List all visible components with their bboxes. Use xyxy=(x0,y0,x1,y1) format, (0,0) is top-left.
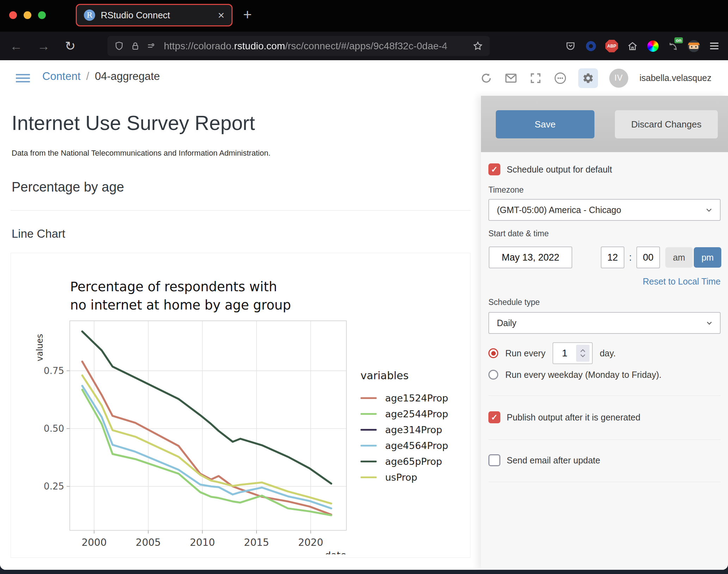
panel-action-bar: Save Discard Changes xyxy=(481,96,728,152)
incognito-ninja-icon[interactable] xyxy=(688,40,700,52)
pocket-icon[interactable] xyxy=(564,40,576,52)
run-every-day-row[interactable]: Run every 1 day. xyxy=(488,342,616,364)
legend-swatch xyxy=(360,461,377,462)
more-options-icon[interactable] xyxy=(554,71,567,85)
browser-menu-icon[interactable] xyxy=(708,40,720,52)
am-button[interactable]: am xyxy=(665,247,693,268)
send-email-row[interactable]: ✓ Send email after update xyxy=(488,454,600,466)
forward-icon[interactable]: → xyxy=(37,39,50,54)
legend-label: age314Prop xyxy=(385,424,442,435)
timezone-select[interactable]: (GMT-05:00) America - Chicago xyxy=(488,199,721,221)
x-tick-label: 2010 xyxy=(190,537,215,548)
stepper-buttons[interactable] xyxy=(576,345,590,362)
legend-item: usProp xyxy=(360,469,448,485)
time-separator: : xyxy=(626,247,635,268)
start-date-input[interactable]: May 13, 2022 xyxy=(489,247,572,268)
window-zoom-button[interactable] xyxy=(38,11,46,19)
user-avatar[interactable]: IV xyxy=(609,69,628,88)
legend-title: variables xyxy=(360,369,448,382)
chart-plot-area: 0.250.500.7520002005201020152020valuesda… xyxy=(32,315,363,554)
section-heading: Percentage by age xyxy=(12,180,124,195)
legend-label: age1524Prop xyxy=(385,393,448,404)
legend-label: usProp xyxy=(385,472,417,483)
x-tick-label: 2000 xyxy=(81,537,106,548)
refresh-report-icon[interactable] xyxy=(480,71,493,85)
back-icon[interactable]: ← xyxy=(10,39,23,54)
check-icon: ✓ xyxy=(491,413,498,422)
schedule-output-label: Schedule output for default xyxy=(507,164,612,175)
publish-output-row[interactable]: ✓ Publish output after it is generated xyxy=(488,411,640,423)
new-tab-button[interactable]: + xyxy=(243,6,252,23)
fullscreen-icon[interactable] xyxy=(529,71,542,85)
permissions-icon[interactable] xyxy=(146,41,157,51)
y-tick-label: 0.75 xyxy=(44,366,64,376)
legend-item: age2544Prop xyxy=(360,406,448,422)
legend-label: age2544Prop xyxy=(385,408,448,419)
privacy-ring-icon[interactable] xyxy=(585,40,597,52)
tab-close-icon[interactable]: × xyxy=(218,10,224,21)
legend-swatch xyxy=(360,397,377,399)
chevron-down-icon[interactable] xyxy=(580,354,586,357)
start-datetime-label: Start date & time xyxy=(488,229,549,238)
lock-icon[interactable] xyxy=(130,41,141,51)
legend-label: age65pProp xyxy=(385,456,442,467)
app-header: Content / 04-aggregate IV isabella.velas… xyxy=(0,60,728,96)
schedule-output-checkbox[interactable]: ✓ xyxy=(488,163,500,175)
tab-favicon-icon: R xyxy=(84,10,95,21)
y-tick-label: 0.50 xyxy=(44,423,64,434)
run-weekday-row[interactable]: Run every weekday (Monday to Friday). xyxy=(488,367,661,382)
save-button[interactable]: Save xyxy=(496,110,594,138)
color-wheel-icon[interactable] xyxy=(647,40,659,52)
discard-changes-button[interactable]: Discard Changes xyxy=(615,110,718,138)
send-email-label: Send email after update xyxy=(507,455,600,466)
reload-icon[interactable]: ↻ xyxy=(65,39,75,54)
send-email-checkbox[interactable]: ✓ xyxy=(488,454,500,466)
report-content: Internet Use Survey Report Data from the… xyxy=(0,96,481,570)
tracking-shield-icon[interactable] xyxy=(114,41,124,51)
breadcrumb-content-link[interactable]: Content xyxy=(42,70,81,83)
pm-button[interactable]: pm xyxy=(694,247,721,268)
run-every-value: 1 xyxy=(553,348,576,359)
bookmark-star-icon[interactable] xyxy=(472,40,483,52)
username[interactable]: isabella.velasquez xyxy=(640,73,711,83)
window-bottom-edge xyxy=(0,570,728,574)
email-icon[interactable] xyxy=(504,71,518,85)
chart-title: Percentage of respondents with no intern… xyxy=(70,278,291,314)
window-close-button[interactable] xyxy=(9,11,17,19)
redirect-extension-icon[interactable]: on xyxy=(667,40,679,52)
publish-output-checkbox[interactable]: ✓ xyxy=(488,411,500,423)
chevron-up-icon[interactable] xyxy=(580,349,586,352)
schedule-output-row[interactable]: ✓ Schedule output for default xyxy=(488,163,612,175)
reset-local-time-link[interactable]: Reset to Local Time xyxy=(643,276,721,287)
run-weekday-radio[interactable] xyxy=(488,370,498,380)
section-divider xyxy=(11,210,470,211)
schedule-settings-panel: Save Discard Changes ✓ Schedule output f… xyxy=(481,96,728,570)
chevron-down-icon xyxy=(704,205,714,214)
run-every-stepper[interactable]: 1 xyxy=(553,342,593,364)
report-subtitle: Data from the National Telecommunication… xyxy=(12,149,271,158)
chevron-down-icon xyxy=(705,319,714,327)
browser-titlebar: R RStudio Connect × + xyxy=(0,0,728,32)
minute-input[interactable]: 00 xyxy=(636,247,660,268)
legend-swatch xyxy=(360,476,377,478)
legend-item: age1524Prop xyxy=(360,390,448,406)
browser-toolbar: ← → ↻ https://colorado.rstudio.com/rsc/c… xyxy=(0,32,728,60)
hour-input[interactable]: 12 xyxy=(601,247,624,268)
url-text[interactable]: https://colorado.rstudio.com/rsc/connect… xyxy=(164,40,472,52)
legend-item: age314Prop xyxy=(360,422,448,438)
home-icon[interactable] xyxy=(627,40,638,52)
x-tick-label: 2005 xyxy=(136,537,161,548)
breadcrumb-separator: / xyxy=(86,70,90,83)
address-bar[interactable]: https://colorado.rstudio.com/rsc/connect… xyxy=(107,36,490,56)
legend-item: age65pProp xyxy=(360,454,448,469)
browser-tab[interactable]: R RStudio Connect × xyxy=(76,4,233,26)
adblock-plus-icon[interactable]: ABP xyxy=(605,40,618,52)
settings-gear-icon[interactable] xyxy=(578,68,598,88)
window-minimize-button[interactable] xyxy=(24,11,31,19)
y-axis-label: values xyxy=(35,334,45,361)
x-tick-label: 2020 xyxy=(298,537,323,548)
run-every-day-radio[interactable] xyxy=(488,348,498,358)
schedule-type-select[interactable]: Daily xyxy=(488,312,721,334)
content-menu-icon[interactable] xyxy=(16,72,30,85)
timezone-value: (GMT-05:00) America - Chicago xyxy=(497,205,621,215)
